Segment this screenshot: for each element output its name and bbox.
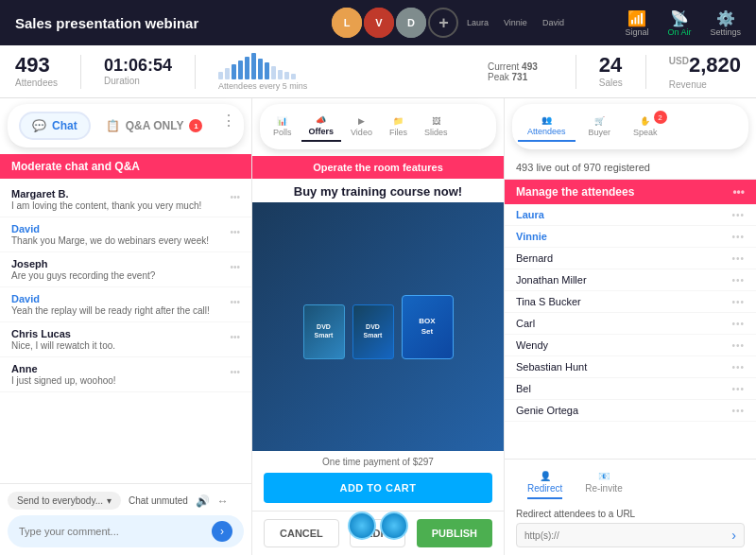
tab-polls[interactable]: 📊 Polls xyxy=(266,113,300,141)
reinvite-tab-label: Re-invite xyxy=(585,483,622,494)
chat-item-dots-5[interactable]: ••• xyxy=(230,332,240,342)
attendee-dots-laura[interactable]: ••• xyxy=(731,210,745,220)
tab-offers[interactable]: 📣 Offers xyxy=(301,112,342,142)
redirect-icon: 👤 xyxy=(540,471,551,481)
speaker-arrows-icon[interactable]: ↔ xyxy=(217,494,229,508)
tab-files[interactable]: 📁 Files xyxy=(382,113,415,141)
send-to-dropdown[interactable]: Send to everybody... ▾ xyxy=(8,492,121,510)
label-vinnie: Vinnie xyxy=(500,18,530,27)
attendee-name-sebastian: Sebastian Hunt xyxy=(516,361,731,373)
chat-item-anne: ••• Anne I just signed up, woohoo! xyxy=(0,357,251,392)
tab-speak[interactable]: ✋ 2 Speak xyxy=(624,113,667,141)
attendee-dots-vinnie[interactable]: ••• xyxy=(731,232,745,242)
attendee-bel: Bel ••• xyxy=(505,378,756,400)
tab-chat[interactable]: 💬 Chat xyxy=(19,112,91,140)
avatar-david[interactable]: D xyxy=(396,8,426,38)
bar-9 xyxy=(271,66,276,79)
qa-badge: 1 xyxy=(189,119,202,132)
cancel-button[interactable]: CANCEL xyxy=(264,519,339,547)
svg-text:V: V xyxy=(376,17,384,28)
bar-4 xyxy=(238,61,243,79)
sales-stat: 24 Sales xyxy=(599,55,623,88)
attendee-dots-genie[interactable]: ••• xyxy=(731,406,745,416)
stats-bar: 493 Attendees 01:06:54 Duration Attendee… xyxy=(0,45,756,98)
attendee-dots-bel[interactable]: ••• xyxy=(731,384,745,394)
sales-label: Sales xyxy=(599,78,623,88)
redirect-url-input[interactable] xyxy=(524,530,731,541)
header: Sales presentation webinar L V D + Laura… xyxy=(0,0,756,45)
manage-banner: ••• Manage the attendees xyxy=(505,180,756,204)
attendee-laura: Laura ••• xyxy=(505,204,756,226)
current-stat: Current 493 xyxy=(488,61,538,72)
settings-stat[interactable]: ⚙️ Settings xyxy=(710,9,741,37)
redirect-go-button[interactable]: › xyxy=(731,528,736,543)
send-button[interactable]: › xyxy=(212,521,232,542)
attendee-genie: Genie Ortega ••• xyxy=(505,400,756,422)
chat-item-dots-4[interactable]: ••• xyxy=(230,297,240,307)
tab-attendees[interactable]: 👥 Attendees xyxy=(518,112,576,142)
tab-qa[interactable]: 📋 Q&A ONLY 1 xyxy=(94,113,215,138)
signal-label: Signal xyxy=(625,27,648,37)
speak-icon: ✋ xyxy=(640,116,650,126)
slides-icon: 🖼 xyxy=(432,116,440,126)
chat-text-david-2: Yeah the replay will be ready right afte… xyxy=(11,305,240,316)
onair-label: On Air xyxy=(667,27,691,37)
bar-6 xyxy=(251,53,256,79)
chat-icon: 💬 xyxy=(32,119,46,132)
attendee-dots-wendy[interactable]: ••• xyxy=(731,340,745,351)
tab-files-label: Files xyxy=(389,128,407,137)
revenue-stat: USD2,820 Revenue xyxy=(669,53,741,90)
operate-banner: Operate the room features xyxy=(252,156,504,179)
chat-item-dots-2[interactable]: ••• xyxy=(230,227,240,237)
duration-value: 01:06:54 xyxy=(104,57,172,74)
chat-item-dots-6[interactable]: ••• xyxy=(230,367,240,377)
avatar-laura[interactable]: L xyxy=(332,8,362,38)
chat-item-david-2: ••• David Yeah the replay will be ready … xyxy=(0,287,251,322)
attendee-dots-carl[interactable]: ••• xyxy=(731,319,745,329)
comment-input[interactable] xyxy=(19,526,212,537)
chat-item-dots[interactable]: ••• xyxy=(230,192,240,202)
chat-name-david-2: David xyxy=(11,293,240,304)
bottom-actions: 👤 Redirect 📧 Re-invite Redirect attendee… xyxy=(505,459,756,555)
redirect-tab[interactable]: 👤 Redirect xyxy=(516,467,574,503)
add-user-button[interactable]: + xyxy=(428,8,458,38)
chat-name-chris: Chris Lucas xyxy=(11,328,240,339)
bar-3 xyxy=(232,64,236,79)
attendee-dots-bernard[interactable]: ••• xyxy=(731,253,745,264)
bar-11 xyxy=(284,72,289,79)
chart-bars xyxy=(218,53,465,79)
publish-button[interactable]: PUBLISH xyxy=(417,519,492,547)
attendee-name-laura: Laura xyxy=(516,209,731,220)
polls-icon: 📊 xyxy=(277,116,287,126)
avatar-vinnie[interactable]: V xyxy=(364,8,394,38)
tab-buyer[interactable]: 🛒 Buyer xyxy=(579,113,621,141)
chat-item-dots-3[interactable]: ••• xyxy=(230,262,240,272)
reinvite-tab[interactable]: 📧 Re-invite xyxy=(574,467,633,503)
sales-count: 24 xyxy=(599,55,623,76)
attendee-vinnie: Vinnie ••• xyxy=(505,226,756,248)
svg-text:D: D xyxy=(407,17,415,28)
tab-chat-label: Chat xyxy=(52,119,77,132)
chat-more-button[interactable]: ⋮ xyxy=(221,112,236,130)
bar-8 xyxy=(265,62,269,79)
attendee-dots-tina[interactable]: ••• xyxy=(731,297,745,307)
payment-info: One time payment of $297 xyxy=(252,451,504,473)
operate-label: Operate the room features xyxy=(313,162,443,173)
tab-slides[interactable]: 🖼 Slides xyxy=(417,113,455,141)
attendees-tab-icon: 👥 xyxy=(541,115,552,125)
attendee-sebastian: Sebastian Hunt ••• xyxy=(505,356,756,378)
chat-text-chris: Nice, I will rewatch it too. xyxy=(11,340,240,351)
tab-video[interactable]: ▶ Video xyxy=(343,113,380,141)
add-to-cart-button[interactable]: ADD TO CART xyxy=(264,473,492,503)
manage-more-button[interactable]: ••• xyxy=(732,185,745,199)
settings-icon[interactable]: ⚙️ xyxy=(716,9,735,27)
attendee-tina: Tina S Bucker ••• xyxy=(505,291,756,313)
chevron-down-icon: ▾ xyxy=(107,495,112,506)
signal-stat: 📶 Signal xyxy=(625,9,648,37)
attendee-dots-sebastian[interactable]: ••• xyxy=(731,362,745,373)
attendee-dots-jonathan[interactable]: ••• xyxy=(731,275,745,286)
reinvite-icon: 📧 xyxy=(598,471,610,481)
svg-text:L: L xyxy=(344,17,351,28)
chat-header-label: Moderate chat and Q&A xyxy=(0,154,251,179)
attendee-name-tina: Tina S Bucker xyxy=(516,296,731,307)
